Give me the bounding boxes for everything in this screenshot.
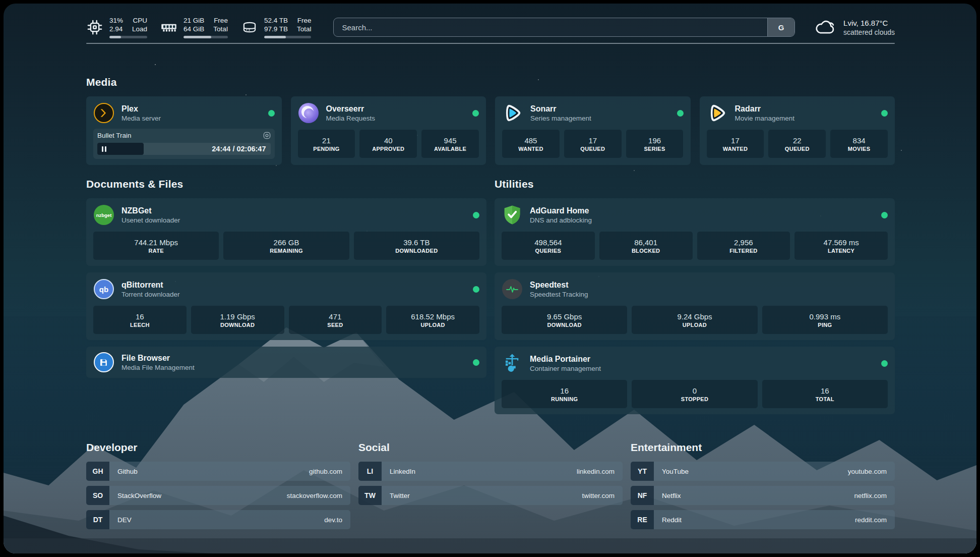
stat-block: 47.569 msLATENCY [794, 232, 888, 260]
speedtest-icon [502, 278, 523, 300]
pause-button[interactable] [97, 143, 144, 155]
service-desc: Media server [121, 114, 161, 123]
status-dot [473, 212, 479, 218]
service-desc: Series management [530, 114, 591, 123]
service-name: File Browser [121, 353, 195, 363]
stat-block: 0STOPPED [632, 380, 757, 408]
status-dot [472, 110, 479, 117]
status-dot [268, 110, 275, 117]
filebrowser-icon [93, 352, 114, 373]
service-desc: Usenet downloader [121, 216, 180, 225]
plex-icon [93, 102, 114, 124]
bookmark-linkedin[interactable]: LI LinkedIn linkedin.com [358, 462, 623, 481]
stat-block: 196SERIES [626, 130, 684, 158]
service-desc: Speedtest Tracking [530, 290, 588, 299]
status-dot [881, 212, 888, 218]
stat-block: 16LEECH [93, 306, 187, 334]
resource-widgets: 31% 2.94 CPU Load [86, 16, 311, 38]
social-group-title: Social [358, 441, 623, 454]
dashboard-screen: 31% 2.94 CPU Load [4, 4, 976, 553]
service-card-qbittorrent[interactable]: qb qBittorrent Torrent downloader 16LEEC… [86, 272, 486, 340]
overseerr-icon [298, 102, 319, 124]
service-name: Overseerr [326, 104, 376, 114]
memory-total-label: Total [213, 25, 228, 33]
adguard-icon [502, 204, 523, 226]
memory-free-value: 21 GiB [183, 16, 204, 25]
portainer-icon [502, 353, 523, 374]
service-name: Media Portainer [530, 354, 601, 364]
cast-icon[interactable] [263, 132, 271, 139]
disk-total-label: Total [297, 25, 312, 33]
service-desc: Container management [530, 364, 601, 373]
status-dot [881, 360, 888, 367]
stat-block: 86,401BLOCKED [599, 232, 693, 260]
playback-progress-bar: 24:44 / 02:06:47 [97, 143, 271, 155]
weather-condition: scattered clouds [843, 28, 895, 37]
service-name: Speedtest [530, 280, 588, 290]
entertainment-group-title: Entertainment [631, 441, 895, 454]
bookmark-youtube[interactable]: YT YouTube youtube.com [631, 462, 895, 481]
bookmark-github[interactable]: GH Github github.com [86, 462, 350, 481]
documents-section-title: Documents & Files [86, 178, 486, 190]
window-frame: 31% 2.94 CPU Load [0, 0, 980, 557]
stat-block: 21PENDING [298, 130, 355, 158]
entertainment-bookmarks: Entertainment YT YouTube youtube.com NF … [631, 441, 895, 529]
stat-block: 1.19 GbpsDOWNLOAD [191, 306, 284, 334]
utilities-section: Utilities [495, 178, 895, 414]
media-section-title: Media [86, 76, 895, 88]
service-card-sonarr[interactable]: Sonarr Series management 485WANTED 17QUE… [495, 96, 691, 165]
stat-block: 266 GBREMAINING [223, 232, 349, 260]
topbar-divider [86, 43, 895, 44]
status-dot [473, 359, 479, 366]
cpu-load-value: 2.94 [109, 25, 122, 33]
stat-block: 17QUEUED [564, 130, 622, 158]
service-card-nzbget[interactable]: nzbget NZBGet Usenet downloader 744.21 M… [86, 198, 486, 266]
memory-widget: 21 GiB 64 GiB Free Total [160, 16, 228, 38]
bookmark-netflix[interactable]: NF Netflix netflix.com [631, 486, 895, 505]
memory-icon [160, 19, 177, 36]
service-card-speedtest[interactable]: Speedtest Speedtest Tracking 9.65 GbpsDO… [495, 272, 895, 340]
service-desc: Movie management [735, 114, 795, 123]
social-bookmarks: Social LI LinkedIn linkedin.com TW Twitt… [358, 441, 623, 529]
status-dot [473, 286, 479, 293]
service-name: AdGuard Home [530, 206, 592, 216]
playback-time: 24:44 / 02:06:47 [212, 145, 266, 153]
service-desc: Media File Management [121, 363, 195, 372]
stat-block: 834MOVIES [830, 130, 888, 158]
top-bar: 31% 2.94 CPU Load [86, 4, 895, 37]
nzbget-icon: nzbget [93, 204, 114, 226]
sonarr-icon [502, 102, 523, 124]
service-card-overseerr[interactable]: Overseerr Media Requests 21PENDING 40APP… [291, 96, 486, 165]
service-card-adguard[interactable]: AdGuard Home DNS and adblocking 498,564Q… [495, 198, 895, 266]
stat-block: 17WANTED [707, 130, 764, 158]
service-card-plex[interactable]: Plex Media server Bullet Train [86, 96, 282, 165]
disk-free-label: Free [297, 16, 312, 25]
memory-total-value: 64 GiB [183, 25, 204, 33]
radarr-icon [707, 102, 728, 124]
cloud-icon [814, 19, 836, 36]
service-card-filebrowser[interactable]: File Browser Media File Management [86, 347, 486, 378]
bookmark-stackoverflow[interactable]: SO StackOverflow stackoverflow.com [86, 486, 350, 505]
disk-total-value: 97.9 TB [264, 25, 288, 33]
cpu-progress-bar [109, 36, 147, 38]
bookmark-dev[interactable]: DT DEV dev.to [86, 510, 350, 529]
stat-block: 0.993 msPING [762, 306, 888, 334]
cpu-label: CPU [133, 16, 148, 25]
memory-progress-bar [183, 36, 228, 38]
weather-widget[interactable]: Lviv, 16.87°C scattered clouds [814, 18, 895, 37]
stat-block: 9.65 GbpsDOWNLOAD [502, 306, 627, 334]
stat-block: 22QUEUED [768, 130, 826, 158]
utilities-section-title: Utilities [495, 178, 895, 190]
search-input[interactable] [334, 18, 767, 36]
service-card-portainer[interactable]: Media Portainer Container management 16R… [495, 347, 895, 414]
search-provider-button[interactable]: G [767, 18, 794, 36]
service-card-radarr[interactable]: Radarr Movie management 17WANTED 22QUEUE… [700, 96, 895, 165]
bookmark-reddit[interactable]: RE Reddit reddit.com [631, 510, 895, 529]
bookmark-twitter[interactable]: TW Twitter twitter.com [358, 486, 623, 505]
search-bar: G [333, 18, 795, 37]
cpu-icon [86, 19, 103, 36]
service-desc: Torrent downloader [121, 290, 180, 299]
cpu-load-label: Load [132, 25, 147, 33]
stat-block: 9.24 GbpsUPLOAD [632, 306, 757, 334]
service-name: Plex [121, 104, 161, 114]
